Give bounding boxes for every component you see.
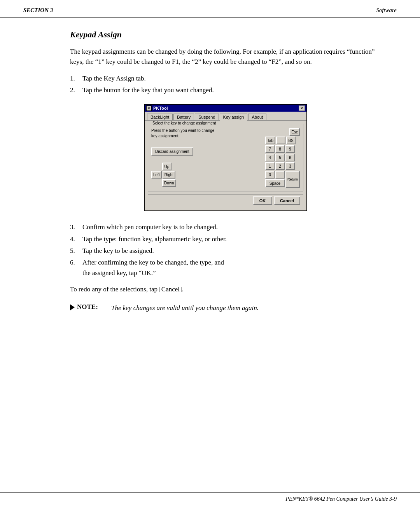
dialog-wrapper: K PKTool × BackLight Battery Suspend Key…	[70, 104, 381, 211]
key-return[interactable]: Return	[285, 171, 300, 188]
key-row-0dot: 0 .	[265, 171, 285, 179]
page-footer: PEN*KEY® 6642 Pen Computer User’s Guide …	[0, 492, 420, 502]
key-row-space: Space	[265, 179, 285, 187]
intro-paragraph: The keypad assignments can be changed by…	[70, 47, 381, 67]
list-item: 3. Confirm which pen computer key is to …	[70, 222, 381, 232]
key-row-456: 4 5 6	[265, 154, 295, 161]
key-row-789: 7 8 9	[265, 145, 295, 153]
header-section: SECTION 3	[23, 7, 53, 14]
note-text: The key changes are valid until you chan…	[111, 303, 259, 313]
key-space[interactable]: Space	[265, 179, 285, 187]
group-instruction-text: Press the button you want to changekey a…	[151, 128, 262, 139]
dialog-tabs: BackLight Battery Suspend Key assign Abo…	[145, 112, 306, 120]
discard-assignment-button[interactable]: Discard assignment	[151, 147, 193, 156]
tab-backlight[interactable]: BackLight	[147, 114, 173, 120]
dialog-title-text: PKTool	[153, 106, 168, 110]
group-box: Select the key to change assignment Pres…	[148, 124, 303, 191]
key-1[interactable]: 1	[265, 162, 275, 170]
key-6[interactable]: 6	[285, 154, 295, 161]
step-text: Tap the button for the key that you want…	[82, 85, 214, 95]
key-7[interactable]: 7	[265, 145, 275, 153]
steps-list-after: 3. Confirm which pen computer key is to …	[70, 222, 381, 278]
step-number: 5.	[70, 246, 82, 256]
dpad-down-row: Down	[162, 179, 176, 187]
step-text: Confirm which pen computer key is to be …	[82, 222, 381, 232]
page-title: Keypad Assign	[70, 30, 381, 40]
key-2[interactable]: 2	[275, 162, 285, 170]
footer-text: PEN*KEY® 6642 Pen Computer User’s Guide …	[286, 496, 397, 502]
key-dash[interactable]: -	[276, 137, 285, 144]
list-item: 5. Tap the key to be assigned.	[70, 246, 381, 256]
step-text: Tap the key to be assigned.	[82, 246, 381, 256]
main-content: Keypad Assign The keypad assignments can…	[0, 30, 420, 314]
list-item: 1. Tap the Key Assign tab.	[70, 74, 381, 84]
key-row-123: 1 2 3	[265, 162, 295, 170]
note-label-text: NOTE:	[77, 303, 98, 311]
key-esc[interactable]: Esc	[289, 128, 300, 136]
cancel-button[interactable]: Cancel	[274, 196, 300, 205]
list-item: 2. Tap the button for the key that you w…	[70, 85, 381, 95]
dialog-title: K PKTool	[146, 105, 168, 111]
step-number: 6.	[70, 258, 82, 278]
redo-note: To redo any of the selections, tap [Canc…	[70, 284, 381, 294]
dpad-left-button[interactable]: Left	[151, 171, 162, 179]
dialog-titlebar: K PKTool ×	[145, 105, 306, 112]
list-item: 4. Tap the type: function key, alphanume…	[70, 234, 381, 244]
step-text: Tap the type: function key, alphanumeric…	[82, 234, 381, 244]
tab-battery[interactable]: Battery	[173, 114, 194, 120]
note-arrow-icon	[70, 304, 75, 310]
tab-key-assign[interactable]: Key assign	[220, 114, 248, 121]
key-col-0dot: 0 . Space	[265, 171, 285, 188]
key-bs[interactable]: BS	[286, 137, 296, 144]
dialog-close-button[interactable]: ×	[299, 105, 305, 111]
dpad-center-row: Left Right	[151, 171, 175, 179]
dpad-down-button[interactable]: Down	[162, 179, 176, 187]
dialog-box[interactable]: K PKTool × BackLight Battery Suspend Key…	[144, 104, 307, 211]
step-text: After confirming the key to be changed, …	[82, 258, 381, 278]
tab-suspend[interactable]: Suspend	[195, 114, 219, 120]
dialog-body: Select the key to change assignment Pres…	[145, 120, 306, 210]
key-dot[interactable]: .	[275, 171, 285, 179]
dpad-up-button[interactable]: Up	[162, 163, 172, 170]
step-number: 4.	[70, 234, 82, 244]
key-3[interactable]: 3	[285, 162, 295, 170]
key-5[interactable]: 5	[275, 154, 285, 161]
ok-button[interactable]: OK	[253, 196, 272, 205]
key-grid: Esc Tab - BS 7 8	[265, 128, 300, 188]
group-left: Press the button you want to changekey a…	[151, 128, 262, 187]
steps-list-before: 1. Tap the Key Assign tab. 2. Tap the bu…	[70, 74, 381, 96]
dpad-up-row: Up	[162, 163, 172, 170]
key-row-0-return: 0 . Space Return	[265, 171, 300, 188]
note-section: NOTE: The key changes are valid until yo…	[70, 303, 381, 313]
key-4[interactable]: 4	[265, 154, 275, 161]
header-software: Software	[376, 7, 397, 14]
key-row-esc: Esc	[265, 128, 300, 136]
dpad-right-button[interactable]: Right	[163, 171, 175, 179]
group-content: Press the button you want to changekey a…	[151, 128, 300, 188]
key-9[interactable]: 9	[285, 145, 295, 153]
key-row-tab: Tab - BS	[265, 137, 296, 144]
step-number: 1.	[70, 74, 82, 84]
key-tab[interactable]: Tab	[265, 137, 275, 144]
step-number: 2.	[70, 85, 82, 95]
dialog-app-icon: K	[146, 105, 152, 111]
list-item: 6. After confirming the key to be change…	[70, 258, 381, 278]
key-8[interactable]: 8	[275, 145, 285, 153]
step-number: 3.	[70, 222, 82, 232]
dpad: Up Left Right Down	[151, 163, 262, 187]
note-label: NOTE:	[70, 303, 105, 311]
step-text: Tap the Key Assign tab.	[82, 74, 146, 84]
tab-about[interactable]: About	[248, 114, 266, 120]
page-header: SECTION 3 Software	[0, 0, 420, 18]
group-box-label: Select the key to change assignment	[151, 121, 217, 125]
key-0[interactable]: 0	[265, 171, 275, 179]
dialog-footer: OK Cancel	[148, 195, 303, 207]
